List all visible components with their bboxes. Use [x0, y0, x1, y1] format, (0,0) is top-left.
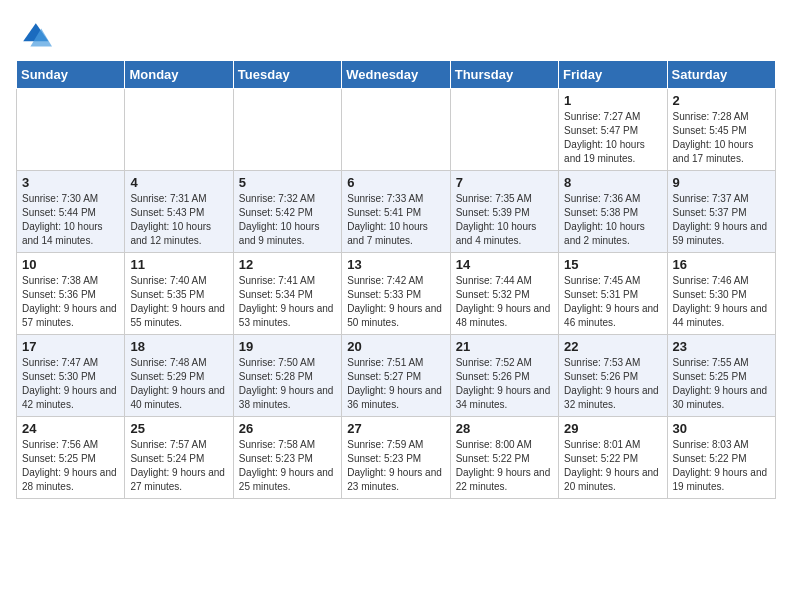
calendar-cell: 24Sunrise: 7:56 AMSunset: 5:25 PMDayligh… [17, 417, 125, 499]
day-number: 6 [347, 175, 444, 190]
calendar-cell: 16Sunrise: 7:46 AMSunset: 5:30 PMDayligh… [667, 253, 775, 335]
day-number: 18 [130, 339, 227, 354]
weekday-header: Sunday [17, 61, 125, 89]
day-number: 1 [564, 93, 661, 108]
calendar-cell: 19Sunrise: 7:50 AMSunset: 5:28 PMDayligh… [233, 335, 341, 417]
day-info: Sunrise: 7:41 AMSunset: 5:34 PMDaylight:… [239, 274, 336, 330]
calendar-cell: 5Sunrise: 7:32 AMSunset: 5:42 PMDaylight… [233, 171, 341, 253]
day-number: 2 [673, 93, 770, 108]
day-number: 29 [564, 421, 661, 436]
day-number: 15 [564, 257, 661, 272]
calendar-cell: 23Sunrise: 7:55 AMSunset: 5:25 PMDayligh… [667, 335, 775, 417]
calendar-cell [125, 89, 233, 171]
calendar-cell: 26Sunrise: 7:58 AMSunset: 5:23 PMDayligh… [233, 417, 341, 499]
day-info: Sunrise: 7:45 AMSunset: 5:31 PMDaylight:… [564, 274, 661, 330]
day-info: Sunrise: 7:44 AMSunset: 5:32 PMDaylight:… [456, 274, 553, 330]
calendar-week-row: 24Sunrise: 7:56 AMSunset: 5:25 PMDayligh… [17, 417, 776, 499]
day-info: Sunrise: 7:40 AMSunset: 5:35 PMDaylight:… [130, 274, 227, 330]
day-info: Sunrise: 7:27 AMSunset: 5:47 PMDaylight:… [564, 110, 661, 166]
day-number: 12 [239, 257, 336, 272]
day-info: Sunrise: 7:30 AMSunset: 5:44 PMDaylight:… [22, 192, 119, 248]
day-info: Sunrise: 7:32 AMSunset: 5:42 PMDaylight:… [239, 192, 336, 248]
calendar-cell: 21Sunrise: 7:52 AMSunset: 5:26 PMDayligh… [450, 335, 558, 417]
calendar-cell [342, 89, 450, 171]
calendar-cell: 6Sunrise: 7:33 AMSunset: 5:41 PMDaylight… [342, 171, 450, 253]
calendar-cell [450, 89, 558, 171]
calendar-cell: 17Sunrise: 7:47 AMSunset: 5:30 PMDayligh… [17, 335, 125, 417]
day-info: Sunrise: 7:28 AMSunset: 5:45 PMDaylight:… [673, 110, 770, 166]
day-number: 30 [673, 421, 770, 436]
day-info: Sunrise: 7:36 AMSunset: 5:38 PMDaylight:… [564, 192, 661, 248]
day-info: Sunrise: 7:47 AMSunset: 5:30 PMDaylight:… [22, 356, 119, 412]
day-number: 26 [239, 421, 336, 436]
day-number: 5 [239, 175, 336, 190]
calendar-cell: 11Sunrise: 7:40 AMSunset: 5:35 PMDayligh… [125, 253, 233, 335]
calendar-cell: 12Sunrise: 7:41 AMSunset: 5:34 PMDayligh… [233, 253, 341, 335]
calendar-cell: 27Sunrise: 7:59 AMSunset: 5:23 PMDayligh… [342, 417, 450, 499]
day-number: 20 [347, 339, 444, 354]
day-info: Sunrise: 7:59 AMSunset: 5:23 PMDaylight:… [347, 438, 444, 494]
day-number: 22 [564, 339, 661, 354]
day-number: 25 [130, 421, 227, 436]
calendar-cell: 1Sunrise: 7:27 AMSunset: 5:47 PMDaylight… [559, 89, 667, 171]
calendar-cell: 2Sunrise: 7:28 AMSunset: 5:45 PMDaylight… [667, 89, 775, 171]
calendar-cell: 28Sunrise: 8:00 AMSunset: 5:22 PMDayligh… [450, 417, 558, 499]
calendar-cell: 7Sunrise: 7:35 AMSunset: 5:39 PMDaylight… [450, 171, 558, 253]
calendar-cell: 22Sunrise: 7:53 AMSunset: 5:26 PMDayligh… [559, 335, 667, 417]
calendar-cell: 14Sunrise: 7:44 AMSunset: 5:32 PMDayligh… [450, 253, 558, 335]
day-number: 24 [22, 421, 119, 436]
day-info: Sunrise: 7:56 AMSunset: 5:25 PMDaylight:… [22, 438, 119, 494]
calendar-cell: 9Sunrise: 7:37 AMSunset: 5:37 PMDaylight… [667, 171, 775, 253]
page-header [16, 16, 776, 52]
day-info: Sunrise: 7:42 AMSunset: 5:33 PMDaylight:… [347, 274, 444, 330]
calendar-cell: 10Sunrise: 7:38 AMSunset: 5:36 PMDayligh… [17, 253, 125, 335]
day-number: 16 [673, 257, 770, 272]
day-info: Sunrise: 7:37 AMSunset: 5:37 PMDaylight:… [673, 192, 770, 248]
calendar-cell: 25Sunrise: 7:57 AMSunset: 5:24 PMDayligh… [125, 417, 233, 499]
day-number: 28 [456, 421, 553, 436]
day-info: Sunrise: 8:00 AMSunset: 5:22 PMDaylight:… [456, 438, 553, 494]
calendar-cell: 30Sunrise: 8:03 AMSunset: 5:22 PMDayligh… [667, 417, 775, 499]
day-info: Sunrise: 7:31 AMSunset: 5:43 PMDaylight:… [130, 192, 227, 248]
day-info: Sunrise: 7:51 AMSunset: 5:27 PMDaylight:… [347, 356, 444, 412]
day-info: Sunrise: 7:35 AMSunset: 5:39 PMDaylight:… [456, 192, 553, 248]
day-number: 14 [456, 257, 553, 272]
weekday-header: Thursday [450, 61, 558, 89]
calendar-cell: 8Sunrise: 7:36 AMSunset: 5:38 PMDaylight… [559, 171, 667, 253]
day-number: 10 [22, 257, 119, 272]
day-number: 11 [130, 257, 227, 272]
day-info: Sunrise: 7:50 AMSunset: 5:28 PMDaylight:… [239, 356, 336, 412]
calendar-cell: 20Sunrise: 7:51 AMSunset: 5:27 PMDayligh… [342, 335, 450, 417]
day-info: Sunrise: 7:33 AMSunset: 5:41 PMDaylight:… [347, 192, 444, 248]
day-number: 17 [22, 339, 119, 354]
calendar-cell: 3Sunrise: 7:30 AMSunset: 5:44 PMDaylight… [17, 171, 125, 253]
weekday-header: Monday [125, 61, 233, 89]
calendar-cell: 18Sunrise: 7:48 AMSunset: 5:29 PMDayligh… [125, 335, 233, 417]
day-number: 27 [347, 421, 444, 436]
calendar-week-row: 10Sunrise: 7:38 AMSunset: 5:36 PMDayligh… [17, 253, 776, 335]
day-number: 23 [673, 339, 770, 354]
day-info: Sunrise: 7:46 AMSunset: 5:30 PMDaylight:… [673, 274, 770, 330]
day-info: Sunrise: 7:55 AMSunset: 5:25 PMDaylight:… [673, 356, 770, 412]
calendar-cell: 15Sunrise: 7:45 AMSunset: 5:31 PMDayligh… [559, 253, 667, 335]
calendar-table: SundayMondayTuesdayWednesdayThursdayFrid… [16, 60, 776, 499]
day-number: 3 [22, 175, 119, 190]
calendar-week-row: 3Sunrise: 7:30 AMSunset: 5:44 PMDaylight… [17, 171, 776, 253]
day-number: 9 [673, 175, 770, 190]
logo [16, 16, 56, 52]
day-info: Sunrise: 7:53 AMSunset: 5:26 PMDaylight:… [564, 356, 661, 412]
weekday-header: Tuesday [233, 61, 341, 89]
day-number: 8 [564, 175, 661, 190]
day-info: Sunrise: 8:03 AMSunset: 5:22 PMDaylight:… [673, 438, 770, 494]
day-info: Sunrise: 7:48 AMSunset: 5:29 PMDaylight:… [130, 356, 227, 412]
calendar-cell [17, 89, 125, 171]
calendar-cell: 29Sunrise: 8:01 AMSunset: 5:22 PMDayligh… [559, 417, 667, 499]
calendar-week-row: 17Sunrise: 7:47 AMSunset: 5:30 PMDayligh… [17, 335, 776, 417]
day-number: 21 [456, 339, 553, 354]
weekday-header: Friday [559, 61, 667, 89]
day-info: Sunrise: 7:57 AMSunset: 5:24 PMDaylight:… [130, 438, 227, 494]
weekday-header: Saturday [667, 61, 775, 89]
day-number: 7 [456, 175, 553, 190]
logo-icon [16, 16, 52, 52]
calendar-week-row: 1Sunrise: 7:27 AMSunset: 5:47 PMDaylight… [17, 89, 776, 171]
